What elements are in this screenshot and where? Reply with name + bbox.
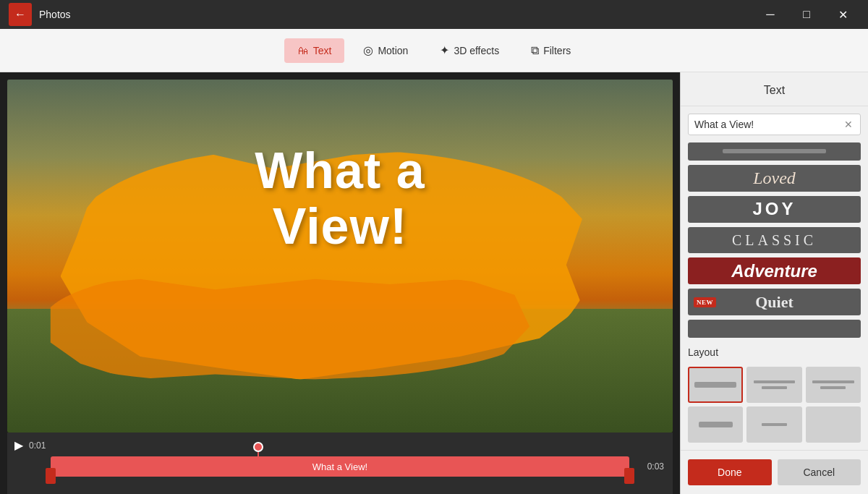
effects-tool-icon: ✦ [440, 43, 449, 57]
style-quiet-label: Quiet [755, 293, 793, 312]
maximize-button[interactable]: □ [790, 3, 823, 26]
timeline-scrubber[interactable] [253, 442, 263, 474]
video-text-line2: View! [74, 199, 606, 255]
style-option-adventure[interactable]: Adventure [688, 257, 861, 284]
layout-label: Layout [688, 346, 861, 358]
timeline-handle-right[interactable] [624, 468, 634, 484]
layout-bar-1 [694, 382, 736, 388]
titlebar: ← Photos ─ □ ✕ [0, 0, 868, 29]
filters-tool-button[interactable]: ⧉ Filters [518, 38, 584, 63]
window-controls: ─ □ ✕ [754, 3, 859, 26]
panel-footer: Done Cancel [681, 450, 868, 494]
clear-text-button[interactable]: ✕ [843, 117, 854, 132]
layout-grid [688, 367, 861, 443]
orange-splatter-2 [41, 273, 540, 379]
scrubber-line [258, 452, 259, 474]
text-tool-label: Text [313, 45, 332, 56]
style-option-quiet[interactable]: NEW Quiet [688, 289, 861, 315]
layout-lines-5 [754, 423, 796, 426]
style-option-classic[interactable]: CLASSIC [688, 227, 861, 254]
time-end: 0:03 [647, 461, 664, 472]
close-button[interactable]: ✕ [826, 3, 859, 26]
motion-tool-button[interactable]: ◎ Motion [350, 38, 421, 63]
app-title: Photos [39, 9, 754, 20]
timeline: ▶ 0:01 What a View! 0:03 [7, 433, 673, 494]
layout-line-2a [754, 380, 796, 383]
layout-item-3[interactable] [806, 367, 861, 403]
style-loved-label: Loved [753, 169, 796, 188]
style-option-joy[interactable]: JOY [688, 196, 861, 223]
layout-line-2b [762, 386, 787, 389]
effects-tool-label: 3D effects [454, 45, 499, 56]
style-option-blank[interactable] [688, 142, 861, 161]
layout-item-6[interactable] [806, 406, 861, 443]
style-option-loved[interactable]: Loved [688, 165, 861, 192]
cancel-button[interactable]: Cancel [778, 459, 861, 485]
layout-item-2[interactable] [746, 367, 801, 403]
done-button[interactable]: Done [688, 459, 772, 485]
play-button[interactable]: ▶ [14, 438, 23, 452]
layout-line-3b [820, 386, 846, 389]
right-panel: Text ✕ Loved JOY CLASSIC [680, 72, 868, 494]
panel-title: Text [681, 72, 868, 106]
effects-tool-button[interactable]: ✦ 3D effects [427, 38, 512, 63]
layout-lines-2 [754, 380, 796, 389]
text-input-field[interactable] [694, 119, 843, 130]
back-icon: ← [14, 8, 26, 21]
text-tool-button[interactable]: 🗛 Text [284, 38, 345, 63]
motion-tool-icon: ◎ [363, 43, 373, 57]
video-text-line1: What a [74, 143, 606, 199]
layout-line-5a [762, 423, 787, 426]
style-adventure-label: Adventure [731, 261, 817, 281]
panel-content: ✕ Loved JOY CLASSIC Adventure [681, 106, 868, 450]
style-joy-label: JOY [752, 199, 796, 219]
style-option-blank-2[interactable] [688, 320, 861, 338]
timeline-track[interactable]: What a View! [51, 456, 629, 477]
new-badge: NEW [694, 297, 716, 307]
time-start: 0:01 [29, 440, 46, 451]
video-area: What a View! ▶ 0:01 What a View! [0, 72, 680, 494]
blank-bar [723, 149, 826, 153]
timeline-handle-left[interactable] [46, 468, 56, 484]
layout-item-1[interactable] [688, 367, 743, 403]
timeline-controls: ▶ 0:01 [14, 438, 665, 452]
filters-tool-icon: ⧉ [531, 44, 539, 57]
main-content: What a View! ▶ 0:01 What a View! [0, 72, 868, 494]
timeline-track-label: What a View! [312, 461, 367, 472]
layout-bar-4 [699, 422, 733, 427]
layout-item-5[interactable] [746, 406, 801, 443]
minimize-button[interactable]: ─ [754, 3, 787, 26]
motion-tool-label: Motion [378, 45, 408, 56]
layout-item-4[interactable] [688, 406, 743, 443]
toolbar: 🗛 Text ◎ Motion ✦ 3D effects ⧉ Filters [0, 29, 868, 72]
style-classic-label: CLASSIC [732, 232, 817, 249]
filters-tool-label: Filters [543, 45, 571, 56]
back-button[interactable]: ← [9, 3, 32, 26]
layout-lines-3 [812, 380, 854, 389]
layout-line-3a [812, 380, 854, 383]
scrubber-circle [253, 442, 263, 452]
video-text-overlay: What a View! [74, 143, 606, 255]
video-canvas: What a View! [7, 80, 673, 433]
text-input-row: ✕ [688, 114, 861, 135]
text-tool-icon: 🗛 [297, 44, 309, 57]
